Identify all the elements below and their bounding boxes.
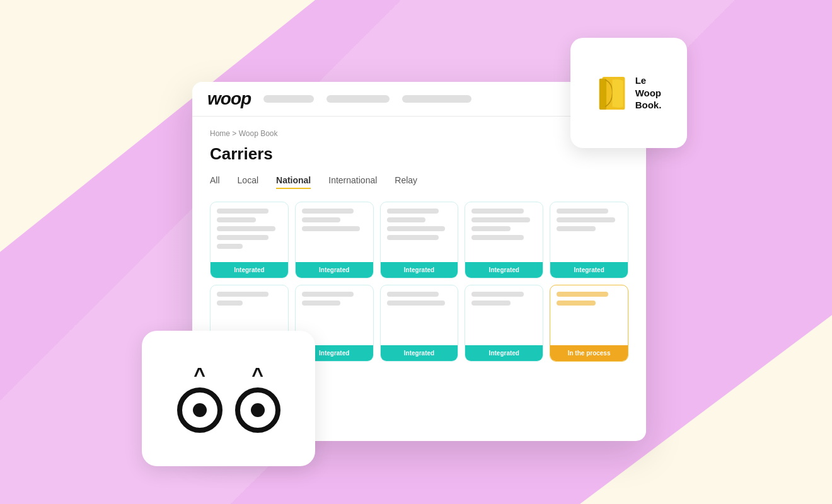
breadcrumb: Home > Woop Book bbox=[210, 129, 628, 138]
card-status-10: In the process bbox=[550, 345, 628, 361]
card-status-4: Integrated bbox=[465, 262, 543, 278]
nav-pill-1 bbox=[263, 95, 314, 103]
card-body bbox=[465, 285, 543, 345]
card-status-5: Integrated bbox=[550, 262, 628, 278]
woop-logo: woop bbox=[207, 89, 251, 109]
card-body bbox=[550, 285, 628, 345]
carrier-card-8[interactable]: Integrated bbox=[380, 285, 459, 362]
carrier-card-1[interactable]: Integrated bbox=[210, 202, 289, 278]
tab-national[interactable]: National bbox=[276, 175, 311, 189]
eyes-card: ^ ^ bbox=[142, 331, 315, 466]
right-eye-circle bbox=[235, 387, 280, 433]
card-body bbox=[381, 202, 458, 262]
carrier-card-2[interactable]: Integrated bbox=[295, 202, 374, 278]
tab-international[interactable]: International bbox=[328, 175, 377, 189]
card-body bbox=[550, 202, 628, 262]
left-eye-circle bbox=[177, 387, 222, 433]
card-status-8: Integrated bbox=[381, 345, 458, 361]
card-body bbox=[211, 202, 288, 262]
card-body bbox=[381, 285, 458, 345]
carrier-card-3[interactable]: Integrated bbox=[380, 202, 459, 278]
card-status-2: Integrated bbox=[296, 262, 373, 278]
right-pupil bbox=[251, 403, 265, 417]
card-body bbox=[296, 202, 373, 262]
book-svg-icon bbox=[596, 74, 629, 113]
left-eye-unit: ^ bbox=[177, 365, 222, 433]
card-status-1: Integrated bbox=[211, 262, 288, 278]
carrier-card-10[interactable]: In the process bbox=[550, 285, 628, 362]
tab-local[interactable]: Local bbox=[238, 175, 258, 189]
card-status-3: Integrated bbox=[381, 262, 458, 278]
card-body bbox=[465, 202, 543, 262]
svg-rect-1 bbox=[599, 78, 606, 109]
left-eyebrow: ^ bbox=[194, 365, 205, 385]
right-eyebrow: ^ bbox=[251, 365, 263, 385]
book-icon bbox=[596, 74, 629, 113]
card-status-9: Integrated bbox=[465, 345, 543, 361]
nav-pill-3 bbox=[402, 95, 471, 103]
carrier-card-9[interactable]: Integrated bbox=[465, 285, 543, 362]
woop-book-title: Le Woop Book. bbox=[635, 74, 662, 112]
tab-relay[interactable]: Relay bbox=[395, 175, 417, 189]
woop-book-card: Le Woop Book. bbox=[570, 38, 687, 148]
carrier-card-4[interactable]: Integrated bbox=[465, 202, 543, 278]
right-eye-unit: ^ bbox=[235, 365, 280, 433]
carrier-card-5[interactable]: Integrated bbox=[550, 202, 628, 278]
left-pupil bbox=[193, 403, 207, 417]
page-title: Carriers bbox=[210, 144, 628, 164]
tab-all[interactable]: All bbox=[210, 175, 220, 189]
nav-pill-2 bbox=[326, 95, 390, 103]
eyes-content: ^ ^ bbox=[177, 365, 280, 433]
tabs-container: All Local National International Relay bbox=[210, 175, 628, 189]
